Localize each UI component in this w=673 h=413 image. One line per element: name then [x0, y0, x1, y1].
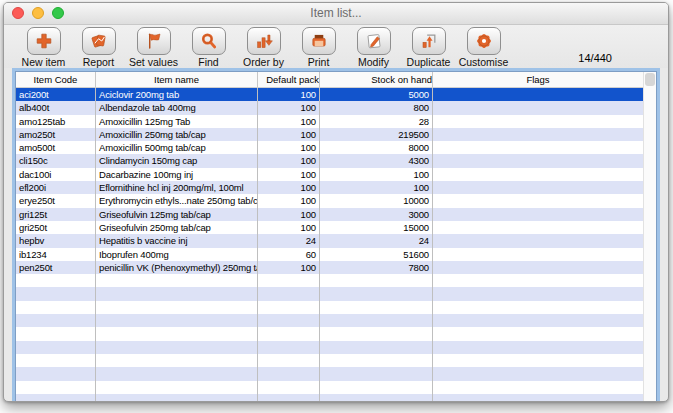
- column-header-default-pack[interactable]: Default pack: [258, 72, 320, 87]
- cell-item-name: [96, 381, 258, 394]
- new-item-button[interactable]: New item: [16, 27, 71, 68]
- table-row[interactable]: amo125tabAmoxicillin 125mg Tab10028: [16, 115, 643, 128]
- column-header-flags[interactable]: Flags: [433, 72, 643, 87]
- table-row[interactable]: amo250tAmoxicillin 250mg tab/cap10021950…: [16, 128, 643, 141]
- table-row[interactable]: alb400tAlbendazole tab 400mg100800: [16, 101, 643, 114]
- cell-default-pack: 24: [258, 234, 320, 247]
- cell-stock-on-hand: 15000: [320, 221, 433, 234]
- cell-item-code: [16, 367, 96, 380]
- duplicate-button[interactable]: Duplicate: [401, 27, 456, 68]
- cell-flags: [433, 287, 643, 300]
- minimize-window-button[interactable]: [32, 7, 44, 19]
- print-button-face: [302, 27, 336, 55]
- plus-icon: [34, 31, 54, 51]
- empty-row: [16, 314, 643, 327]
- cell-stock-on-hand: [320, 354, 433, 367]
- cell-default-pack: 100: [258, 101, 320, 114]
- cell-item-code: [16, 301, 96, 314]
- table-row[interactable]: aci200tAciclovir 200mg tab1005000: [16, 88, 643, 101]
- empty-row: [16, 274, 643, 287]
- content-area: Item CodeItem nameDefault packStock on h…: [4, 68, 668, 402]
- column-header-item-code[interactable]: Item Code: [16, 72, 96, 87]
- set-values-button-face: [137, 27, 171, 55]
- cell-item-name: [96, 367, 258, 380]
- cell-item-name: Amoxicillin 250mg tab/cap: [96, 128, 258, 141]
- set-values-button-label: Set values: [129, 56, 178, 68]
- vertical-scrollbar-thumb[interactable]: [645, 73, 655, 86]
- customise-button-label: Customise: [459, 56, 509, 68]
- cell-stock-on-hand: [320, 327, 433, 340]
- find-button[interactable]: Find: [181, 27, 236, 68]
- table-row[interactable]: dac100iDacarbazine 100mg inj100100: [16, 168, 643, 181]
- cell-default-pack: 100: [258, 221, 320, 234]
- cell-flags: [433, 234, 643, 247]
- empty-row: [16, 381, 643, 394]
- cell-item-name: [96, 341, 258, 354]
- cell-flags: [433, 367, 643, 380]
- cell-item-name: Iboprufen 400mg: [96, 248, 258, 261]
- table-row[interactable]: cli150cClindamycin 150mg cap1004300: [16, 154, 643, 167]
- cell-default-pack: [258, 274, 320, 287]
- table-row[interactable]: gri125tGriseofulvin 125mg tab/cap1003000: [16, 208, 643, 221]
- report-button[interactable]: Report: [71, 27, 126, 68]
- modify-button[interactable]: Modify: [346, 27, 401, 68]
- cell-default-pack: [258, 394, 320, 402]
- zoom-window-button[interactable]: [52, 7, 64, 19]
- cell-flags: [433, 327, 643, 340]
- cell-flags: [433, 194, 643, 207]
- vertical-scrollbar[interactable]: [643, 72, 656, 402]
- printer-icon: [309, 31, 329, 51]
- cell-item-code: [16, 341, 96, 354]
- cell-default-pack: [258, 314, 320, 327]
- cell-default-pack: 100: [258, 115, 320, 128]
- print-button-label: Print: [308, 56, 330, 68]
- table-row[interactable]: amo500tAmoxicillin 500mg tab/cap1008000: [16, 141, 643, 154]
- close-window-button[interactable]: [12, 7, 24, 19]
- cell-item-code: efl200i: [16, 181, 96, 194]
- cell-item-name: Albendazole tab 400mg: [96, 101, 258, 114]
- column-header-stock-on-hand[interactable]: Stock on hand: [320, 72, 433, 87]
- duplicate-button-face: [412, 27, 446, 55]
- cell-flags: [433, 168, 643, 181]
- cell-stock-on-hand: [320, 274, 433, 287]
- cell-default-pack: 100: [258, 208, 320, 221]
- table-row[interactable]: gri250tGriseofulvin 250mg tab/cap1001500…: [16, 221, 643, 234]
- cell-item-name: Clindamycin 150mg cap: [96, 154, 258, 167]
- column-header-item-name[interactable]: Item name: [96, 72, 258, 87]
- cell-item-code: cli150c: [16, 154, 96, 167]
- table-row[interactable]: hepbvHepatitis b vaccine inj2424: [16, 234, 643, 247]
- cell-stock-on-hand: 100: [320, 168, 433, 181]
- customise-button[interactable]: Customise: [456, 27, 511, 68]
- cell-item-name: [96, 274, 258, 287]
- cell-item-name: [96, 394, 258, 402]
- cell-flags: [433, 115, 643, 128]
- table-row[interactable]: erye250tErythromycin ethyls...nate 250mg…: [16, 194, 643, 207]
- empty-row: [16, 394, 643, 402]
- empty-row: [16, 301, 643, 314]
- order-by-button[interactable]: Order by: [236, 27, 291, 68]
- table-row[interactable]: ib1234Iboprufen 400mg6051600: [16, 248, 643, 261]
- item-list-window: Item list... New item Report Set values …: [3, 2, 669, 402]
- cell-item-code: [16, 394, 96, 402]
- print-button[interactable]: Print: [291, 27, 346, 68]
- duplicate-button-label: Duplicate: [407, 56, 451, 68]
- cell-stock-on-hand: [320, 287, 433, 300]
- cell-flags: [433, 221, 643, 234]
- cell-flags: [433, 301, 643, 314]
- cell-stock-on-hand: 5000: [320, 88, 433, 101]
- cell-stock-on-hand: [320, 381, 433, 394]
- set-values-button[interactable]: Set values: [126, 27, 181, 68]
- cell-default-pack: 100: [258, 141, 320, 154]
- table-row[interactable]: efl200iEflornithine hcl inj 200mg/ml, 10…: [16, 181, 643, 194]
- new-item-button-face: [27, 27, 61, 55]
- cell-item-code: [16, 354, 96, 367]
- toolbar-buttons: New item Report Set values Find Order by…: [16, 27, 511, 68]
- table-row[interactable]: pen250tpenicillin VK (Phenoxymethyl) 250…: [16, 261, 643, 274]
- cell-item-name: [96, 354, 258, 367]
- toolbar: New item Report Set values Find Order by…: [4, 25, 668, 68]
- cell-stock-on-hand: 100: [320, 181, 433, 194]
- titlebar[interactable]: Item list...: [4, 3, 668, 25]
- cell-item-name: [96, 327, 258, 340]
- modify-button-label: Modify: [358, 56, 389, 68]
- cell-flags: [433, 88, 643, 101]
